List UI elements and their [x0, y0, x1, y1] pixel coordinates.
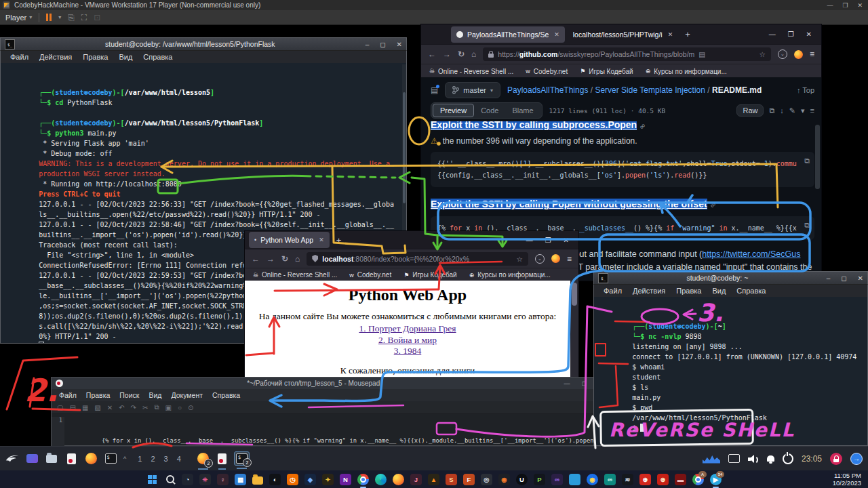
- power-manager-icon[interactable]: [783, 453, 793, 464]
- bookmark-item[interactable]: ⊕ Курсы по информаци...: [646, 68, 727, 75]
- maximize-button[interactable]: ❐: [545, 237, 551, 244]
- copy-icon[interactable]: ⧉: [804, 221, 810, 230]
- close-tab-icon[interactable]: ✕: [319, 237, 324, 243]
- tab-preview[interactable]: Preview: [433, 104, 474, 117]
- fl-studio-app-icon[interactable]: F: [463, 474, 475, 485]
- raw-button[interactable]: Raw: [736, 104, 764, 117]
- reader-view-icon[interactable]: ▤: [698, 50, 705, 58]
- copy-file-icon[interactable]: ⧉: [769, 106, 774, 115]
- page-scrollbar[interactable]: [815, 125, 820, 189]
- toolbar-icon[interactable]: ⧉: [154, 403, 159, 411]
- firefox-icon[interactable]: [393, 474, 404, 485]
- sublime-app-icon[interactable]: S: [446, 474, 457, 485]
- menu-item[interactable]: Справка: [208, 391, 245, 399]
- bookmark-item[interactable]: w Codeby.net: [349, 271, 391, 279]
- search-icon[interactable]: [164, 474, 176, 485]
- toolbar-icon[interactable]: ▣: [165, 404, 172, 411]
- vbox-app-icon[interactable]: ◆: [304, 474, 316, 485]
- assistant-app-icon[interactable]: ♀: [217, 474, 229, 485]
- firefox-account-icon[interactable]: [794, 50, 803, 59]
- close-button[interactable]: ✕: [397, 41, 402, 48]
- menu-icon[interactable]: ≡: [810, 49, 814, 59]
- page-scrollbar[interactable]: [570, 281, 578, 380]
- menu-item[interactable]: Правка: [77, 53, 113, 61]
- book-link[interactable]: 3. 1984: [245, 346, 570, 357]
- logout-icon[interactable]: →: [850, 453, 863, 465]
- toolbar-icon[interactable]: ▦: [82, 404, 88, 411]
- breadcrumb-repo-link[interactable]: PayloadsAllTheThings: [507, 85, 588, 95]
- home-icon[interactable]: ⌂: [295, 254, 300, 264]
- unreal-icon[interactable]: U: [516, 474, 528, 485]
- bookmark-star-icon[interactable]: ☆: [517, 255, 523, 263]
- blender-icon[interactable]: ◉: [498, 474, 510, 485]
- menu-item[interactable]: Файл: [5, 53, 34, 61]
- menu-item[interactable]: Поиск: [115, 391, 144, 399]
- terminal-titlebar[interactable]: $_ student@codeby: ~ – ◻ ✕: [593, 271, 868, 285]
- maximize-button[interactable]: ❐: [788, 30, 794, 38]
- notes-app-icon[interactable]: ◐: [269, 474, 281, 485]
- minimize-button[interactable]: –: [827, 274, 831, 282]
- outline-icon[interactable]: ≡: [810, 106, 814, 115]
- toolbar-icon[interactable]: ↶: [119, 404, 124, 411]
- player-menu[interactable]: Player▾: [5, 14, 32, 22]
- close-button[interactable]: ✕: [858, 274, 863, 282]
- menu-item[interactable]: Вид: [707, 287, 731, 295]
- commander-app-icon[interactable]: ✦: [322, 474, 334, 485]
- chrome-icon[interactable]: [357, 474, 369, 485]
- tab-code[interactable]: Code: [474, 104, 505, 117]
- camtasia-app-icon[interactable]: ∞: [604, 474, 616, 485]
- edge-icon[interactable]: [375, 474, 387, 485]
- url-bar[interactable]: localhost:8080/index?book={%%20for%20x% …: [307, 252, 528, 266]
- minimize-button[interactable]: —: [769, 30, 776, 38]
- file-manager-icon[interactable]: [45, 452, 58, 466]
- jetbrains-app-icon[interactable]: J: [410, 474, 422, 485]
- speedtest-app-icon[interactable]: ◔: [182, 474, 193, 485]
- menu-item[interactable]: Справка: [731, 287, 771, 295]
- tab-blame[interactable]: Blame: [505, 104, 540, 117]
- chevron-down-icon[interactable]: ▾: [801, 106, 805, 115]
- book-link[interactable]: 2. Война и мир: [245, 335, 570, 346]
- mousepad-editor[interactable]: 1 {% for x in ().__class__.__base__.__su…: [52, 414, 599, 449]
- taskbar-terminal-window[interactable]: $ 2: [234, 451, 250, 466]
- toolbar-icon[interactable]: ▤: [69, 404, 75, 411]
- notifications-icon[interactable]: [767, 455, 774, 462]
- taskbar-firefox-window[interactable]: 2: [196, 451, 210, 466]
- send-ctrl-alt-del-icon[interactable]: ⎘: [68, 13, 75, 22]
- menu-item[interactable]: Файл: [54, 391, 81, 399]
- url-bar[interactable]: https://github.com/swisskyrepo/PayloadsA…: [483, 47, 771, 61]
- capture-app-icon[interactable]: ▬: [675, 474, 686, 485]
- home-icon[interactable]: ⌂: [471, 49, 476, 59]
- kali-menu-icon[interactable]: [5, 452, 19, 466]
- obs-app-icon[interactable]: ◎: [481, 474, 492, 485]
- reload-icon[interactable]: ↻: [281, 254, 288, 264]
- mousepad-titlebar[interactable]: *~/Рабочий стол/tmp_lesson_5 - Mousepad …: [52, 378, 599, 389]
- lock-screen-icon[interactable]: [830, 453, 842, 465]
- iobit-app-icon[interactable]: ⊛: [639, 474, 651, 485]
- toolbar-icon[interactable]: ▧: [94, 404, 100, 411]
- download-icon[interactable]: ↓: [780, 106, 784, 115]
- book-link[interactable]: 1. Портрет Дориана Грея: [245, 323, 570, 335]
- onenote-app-icon[interactable]: N: [340, 474, 351, 485]
- new-tab-button[interactable]: +: [332, 235, 346, 245]
- vscode-icon[interactable]: [569, 474, 580, 485]
- menu-item[interactable]: Правка: [671, 287, 707, 295]
- vm-clock[interactable]: 23:05: [802, 454, 822, 464]
- taskbar-mousepad-window[interactable]: [216, 452, 228, 466]
- hub-app-icon[interactable]: ✳: [199, 474, 211, 485]
- mousepad-launcher-icon[interactable]: [64, 452, 78, 466]
- forward-icon[interactable]: →: [267, 254, 275, 264]
- telegram-icon[interactable]: ▶ 54: [710, 474, 722, 485]
- start-button[interactable]: [146, 474, 158, 485]
- file-tree-icon[interactable]: ▤: [431, 85, 438, 95]
- new-tab-button[interactable]: +: [681, 29, 694, 39]
- branch-selector[interactable]: master ▾: [445, 82, 500, 98]
- close-tab-icon[interactable]: ✕: [554, 31, 559, 38]
- menu-item[interactable]: Действия: [627, 287, 671, 295]
- copy-icon[interactable]: ⧉: [804, 157, 810, 165]
- menu-item[interactable]: Правка: [81, 391, 115, 399]
- heading-subprocess-popen[interactable]: Exploit the SSTI by calling subprocess.P…: [431, 121, 637, 130]
- maximize-button[interactable]: ❐: [842, 2, 848, 9]
- chrome-profile-icon[interactable]: A: [692, 474, 704, 485]
- tab-payloadsallthethings[interactable]: PayloadsAllTheThings/Se ✕: [451, 26, 565, 43]
- maps-app-icon[interactable]: ◉: [587, 474, 598, 485]
